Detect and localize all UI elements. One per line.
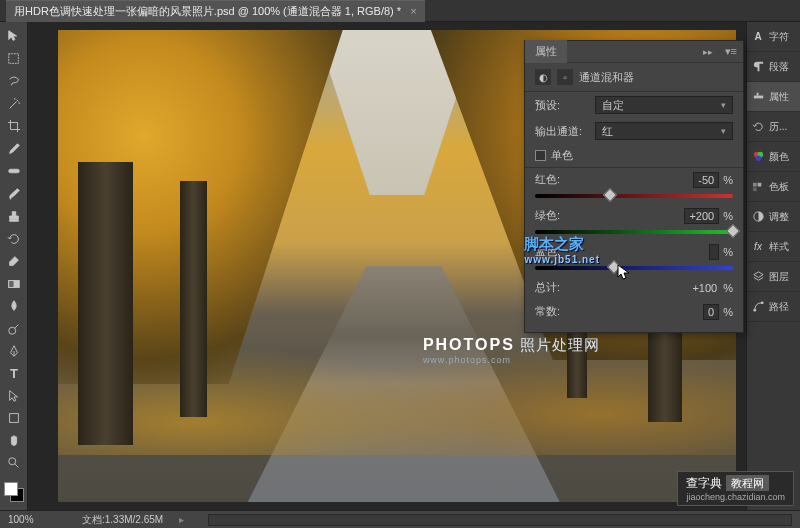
monochrome-checkbox[interactable]: [535, 150, 546, 161]
path-select-icon[interactable]: [2, 386, 26, 406]
preset-label: 预设:: [535, 98, 589, 113]
watermark-photops: PHOTOPS 照片处理网 www.photops.com: [423, 336, 600, 365]
eyedropper-tool-icon[interactable]: [2, 138, 26, 158]
panel-expand-icon[interactable]: ▸▸: [697, 47, 719, 57]
svg-rect-5: [10, 414, 19, 423]
heal-tool-icon[interactable]: [2, 161, 26, 181]
svg-point-11: [755, 156, 761, 162]
status-bar: 100% 文档:1.33M/2.65M ▸: [0, 510, 800, 528]
type-tool-icon[interactable]: T: [2, 363, 26, 383]
panel-dock: A字符 段落 属性 历... 颜色 色板 调整 fx样式 图层 路径: [746, 22, 800, 510]
styles-panel-button[interactable]: fx样式: [747, 232, 800, 262]
document-tab[interactable]: 用HDR色调快速处理一张偏暗的风景照片.psd @ 100% (通道混合器 1,…: [6, 0, 425, 22]
mask-icon: ▫: [557, 69, 573, 85]
green-value[interactable]: +200: [684, 208, 719, 224]
wand-tool-icon[interactable]: [2, 93, 26, 113]
output-channel-label: 输出通道:: [535, 124, 589, 139]
gradient-tool-icon[interactable]: [2, 273, 26, 293]
preset-select[interactable]: 自定: [595, 96, 733, 114]
foreground-color[interactable]: [4, 482, 18, 496]
marquee-tool-icon[interactable]: [2, 48, 26, 68]
red-slider[interactable]: [535, 190, 733, 202]
constant-value[interactable]: 0: [703, 304, 719, 320]
svg-rect-0: [9, 53, 19, 63]
history-brush-icon[interactable]: [2, 228, 26, 248]
document-title: 用HDR色调快速处理一张偏暗的风景照片.psd @ 100% (通道混合器 1,…: [14, 5, 401, 17]
adjustment-title: 通道混和器: [579, 70, 634, 85]
title-bar: 用HDR色调快速处理一张偏暗的风景照片.psd @ 100% (通道混合器 1,…: [0, 0, 800, 22]
lasso-tool-icon[interactable]: [2, 71, 26, 91]
dodge-tool-icon[interactable]: [2, 318, 26, 338]
properties-panel: 属性 ▸▸ ▾≡ ◐ ▫ 通道混和器 预设: 自定 输出通道: 红 单色 红色:…: [524, 40, 744, 333]
zoom-tool-icon[interactable]: [2, 453, 26, 473]
pen-tool-icon[interactable]: [2, 341, 26, 361]
layers-panel-button[interactable]: 图层: [747, 262, 800, 292]
red-value[interactable]: -50: [693, 172, 719, 188]
green-label: 绿色:: [535, 208, 560, 223]
svg-rect-1: [9, 169, 20, 173]
adjustments-panel-button[interactable]: 调整: [747, 202, 800, 232]
svg-point-4: [9, 327, 16, 334]
close-tab-icon[interactable]: ×: [410, 5, 416, 17]
svg-rect-12: [752, 183, 756, 187]
properties-panel-button[interactable]: 属性: [747, 82, 800, 112]
document-size: 文档:1.33M/2.65M: [82, 513, 163, 527]
color-swatch[interactable]: [4, 482, 23, 504]
paths-panel-button[interactable]: 路径: [747, 292, 800, 322]
crop-tool-icon[interactable]: [2, 116, 26, 136]
monochrome-label: 单色: [551, 148, 573, 163]
move-tool-icon[interactable]: [2, 26, 26, 46]
svg-rect-3: [9, 280, 14, 287]
total-label: 总计:: [535, 280, 560, 295]
shape-tool-icon[interactable]: [2, 408, 26, 428]
output-channel-select[interactable]: 红: [595, 122, 733, 140]
stamp-tool-icon[interactable]: [2, 206, 26, 226]
zoom-field[interactable]: 100%: [8, 514, 66, 525]
adjustment-icon: ◐: [535, 69, 551, 85]
brush-tool-icon[interactable]: [2, 183, 26, 203]
svg-rect-14: [752, 187, 756, 191]
watermark-chazidian: 查字典教程网 jiaocheng.chazidian.com: [677, 471, 794, 506]
blue-value[interactable]: [709, 244, 719, 260]
svg-point-6: [9, 458, 16, 465]
total-value: +100: [692, 282, 723, 294]
hand-tool-icon[interactable]: [2, 431, 26, 451]
red-label: 红色:: [535, 172, 560, 187]
history-panel-button[interactable]: 历...: [747, 112, 800, 142]
svg-rect-7: [753, 96, 762, 99]
toolbox: T: [0, 22, 28, 510]
panel-menu-icon[interactable]: ▾≡: [719, 45, 743, 58]
svg-rect-8: [756, 93, 758, 96]
swatches-panel-button[interactable]: 色板: [747, 172, 800, 202]
svg-rect-13: [757, 183, 761, 187]
properties-tab[interactable]: 属性: [525, 40, 567, 63]
constant-label: 常数:: [535, 304, 560, 319]
cursor-icon: [617, 264, 631, 282]
paragraph-panel-button[interactable]: 段落: [747, 52, 800, 82]
watermark-jb51: 脚本之家 www.jb51.net: [524, 235, 600, 265]
eraser-tool-icon[interactable]: [2, 251, 26, 271]
blur-tool-icon[interactable]: [2, 296, 26, 316]
horizontal-scrollbar[interactable]: [208, 514, 792, 526]
color-panel-button[interactable]: 颜色: [747, 142, 800, 172]
character-panel-button[interactable]: A字符: [747, 22, 800, 52]
